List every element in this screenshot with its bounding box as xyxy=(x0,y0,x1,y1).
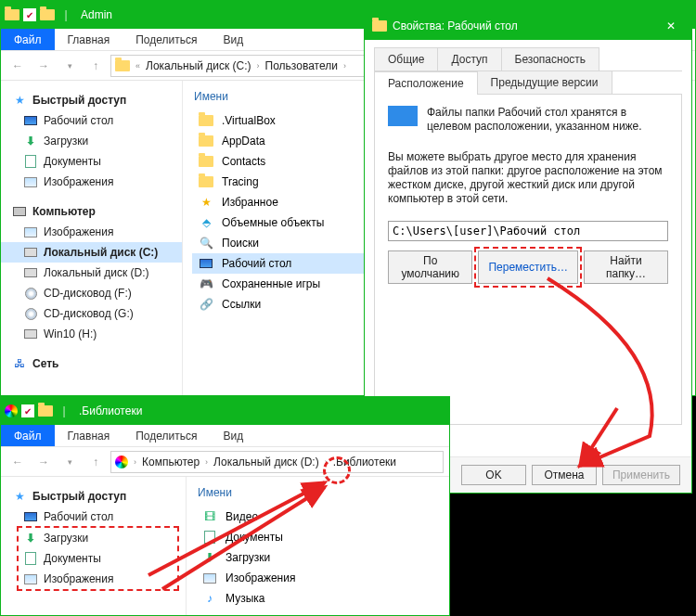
folder-icon xyxy=(199,113,213,128)
crumb[interactable]: Локальный диск (D:) xyxy=(213,456,319,468)
ribbon-tab-view[interactable]: Вид xyxy=(210,425,256,446)
ok-button[interactable]: OK xyxy=(461,465,526,485)
nav-label: Документы xyxy=(44,155,101,168)
nav-item-desktop[interactable]: Рабочий стол xyxy=(1,110,182,131)
target-path-input[interactable] xyxy=(388,221,668,241)
titlebar-2[interactable]: ✔ | .Библиотеки xyxy=(1,397,449,425)
nav-quick-access[interactable]: ★Быстрый доступ xyxy=(1,90,182,110)
picture-icon xyxy=(202,571,217,585)
tab-security[interactable]: Безопасность xyxy=(501,47,600,71)
breadcrumb-2[interactable]: › Компьютер › Локальный диск (D:) › .Биб… xyxy=(110,451,444,473)
nav-quick-access[interactable]: ★Быстрый доступ xyxy=(1,486,186,507)
cd-icon xyxy=(23,306,38,321)
list-item-label: Рабочий стол xyxy=(222,257,291,270)
list-item[interactable]: ♪Музыка xyxy=(196,588,440,609)
nav-item-disk-d[interactable]: Локальный диск (D:) xyxy=(1,263,182,283)
tabs-row-top: Общие Доступ Безопасность xyxy=(374,47,682,71)
nav-pane-2: ★Быстрый доступ Рабочий стол ⬇Загрузки Д… xyxy=(1,477,187,615)
list-item[interactable]: ⬇Загрузки xyxy=(196,547,440,568)
ribbon-tab-home[interactable]: Главная xyxy=(55,29,123,50)
nav-fwd[interactable]: → xyxy=(32,451,55,473)
nav-item-desktop[interactable]: Рабочий стол xyxy=(1,507,186,527)
nav-head-label: Сеть xyxy=(32,357,58,370)
nav-item-pictures2[interactable]: Изображения xyxy=(1,222,182,242)
ribbon-file[interactable]: Файл xyxy=(1,29,55,50)
disk-icon xyxy=(23,327,38,341)
nav-back[interactable]: ← xyxy=(6,55,29,77)
nav-fwd[interactable]: → xyxy=(32,55,55,77)
tab-general[interactable]: Общие xyxy=(374,47,438,71)
chevron-icon: « xyxy=(135,61,140,71)
ribbon-tab-view[interactable]: Вид xyxy=(210,29,256,50)
cancel-button[interactable]: Отмена xyxy=(532,465,597,485)
nav-item-cd-g[interactable]: CD-дисковод (G:) xyxy=(1,303,182,324)
dialog-titlebar[interactable]: Свойства: Рабочий стол ✕ xyxy=(365,12,691,40)
window-title: Admin xyxy=(73,8,112,21)
nav-item-cd-f[interactable]: CD-дисковод (F:) xyxy=(1,283,182,303)
folder-icon xyxy=(5,7,19,22)
list-item[interactable]: Изображения xyxy=(196,568,440,588)
download-icon: ⬇ xyxy=(23,531,38,545)
crumb[interactable]: Пользователи xyxy=(265,59,338,72)
list-item[interactable]: 🎞Видео xyxy=(196,507,440,527)
picture-icon xyxy=(23,174,38,189)
folder-icon xyxy=(40,7,55,22)
list-item-label: Contacts xyxy=(222,155,265,168)
nav-item-win10-h[interactable]: Win10 (H:) xyxy=(1,324,182,344)
column-header-name[interactable]: Имени xyxy=(198,486,440,499)
tab-location[interactable]: Расположение xyxy=(374,71,478,95)
tab-sharing[interactable]: Доступ xyxy=(437,47,501,71)
picture-icon xyxy=(23,225,38,239)
nav-back[interactable]: ← xyxy=(6,451,29,473)
nav-item-pictures[interactable]: Изображения xyxy=(1,172,182,192)
apply-button[interactable]: Применить xyxy=(602,465,680,485)
divider-icon: | xyxy=(57,404,71,418)
close-button[interactable]: ✕ xyxy=(650,12,691,40)
app-icon xyxy=(5,404,18,417)
star-icon: ★ xyxy=(12,93,27,108)
nav-up[interactable]: ↑ xyxy=(84,451,107,473)
ribbon-tab-share[interactable]: Поделиться xyxy=(122,425,210,446)
nav-item-documents[interactable]: Документы xyxy=(23,548,178,569)
desktop-large-icon xyxy=(388,106,418,126)
nav-up[interactable]: ↑ xyxy=(84,55,107,77)
nav-item-documents[interactable]: Документы xyxy=(1,151,182,172)
crumb[interactable]: Локальный диск (C:) xyxy=(146,59,251,72)
nav-computer[interactable]: Компьютер xyxy=(1,201,182,222)
ribbon-file[interactable]: Файл xyxy=(1,425,55,446)
check-icon: ✔ xyxy=(23,8,36,21)
restore-default-button[interactable]: По умолчанию xyxy=(388,250,472,284)
nav-label: CD-дисковод (G:) xyxy=(44,307,134,320)
nav-label: Изображения xyxy=(44,175,113,188)
star-icon: ★ xyxy=(199,195,213,210)
nav-history[interactable]: ▾ xyxy=(58,451,81,473)
ribbon-tab-home[interactable]: Главная xyxy=(55,425,123,446)
find-folder-button[interactable]: Найти папку… xyxy=(584,250,668,284)
content-pane-2: Имени 🎞ВидеоДокументы⬇ЗагрузкиИзображени… xyxy=(187,477,449,615)
list-item[interactable]: Документы xyxy=(196,527,440,547)
download-icon: ⬇ xyxy=(23,134,38,148)
list-item-label: Объемные объекты xyxy=(222,216,324,229)
nav-label: Загрузки xyxy=(44,135,88,148)
list-item-label: Документы xyxy=(226,531,283,544)
list-item-label: Ссылки xyxy=(222,298,261,311)
folder-icon xyxy=(199,154,213,169)
nav-item-disk-c[interactable]: Локальный диск (C:) xyxy=(1,242,182,263)
list-item-label: Избранное xyxy=(222,196,278,209)
address-bar-2: ← → ▾ ↑ › Компьютер › Локальный диск (D:… xyxy=(1,447,449,477)
nav-item-downloads[interactable]: ⬇Загрузки xyxy=(1,131,182,151)
ribbon-2: Файл Главная Поделиться Вид xyxy=(1,425,449,447)
ribbon-tab-share[interactable]: Поделиться xyxy=(122,29,210,50)
nav-network[interactable]: 🖧Сеть xyxy=(1,353,182,374)
desktop-icon xyxy=(199,256,213,271)
video-icon: 🎞 xyxy=(202,509,217,524)
music-icon: ♪ xyxy=(202,591,217,606)
game-icon: 🎮 xyxy=(199,276,213,291)
move-button[interactable]: Переместить… xyxy=(478,250,578,284)
nav-item-pictures[interactable]: Изображения xyxy=(23,569,178,589)
tab-previous-versions[interactable]: Предыдущие версии xyxy=(477,71,612,94)
nav-history[interactable]: ▾ xyxy=(58,55,81,77)
crumb[interactable]: Компьютер xyxy=(142,456,200,468)
chevron-icon: › xyxy=(343,61,346,71)
nav-item-downloads[interactable]: ⬇Загрузки xyxy=(23,528,178,548)
